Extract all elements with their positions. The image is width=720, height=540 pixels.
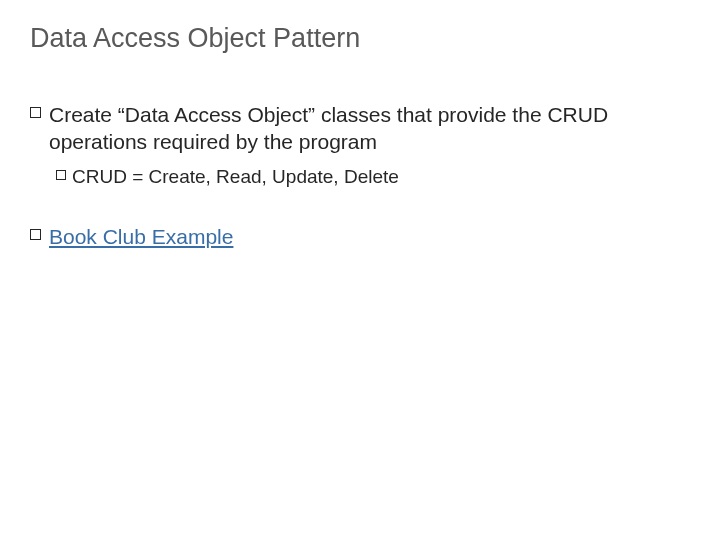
square-bullet-icon <box>30 229 41 240</box>
bullet-subitem: CRUD = Create, Read, Update, Delete <box>56 165 690 190</box>
slide: Data Access Object Pattern Create “Data … <box>0 0 720 540</box>
bullet-text: CRUD = Create, Read, Update, Delete <box>72 165 690 190</box>
slide-title: Data Access Object Pattern <box>30 22 690 54</box>
book-club-example-link[interactable]: Book Club Example <box>49 225 233 248</box>
bullet-item: Create “Data Access Object” classes that… <box>30 102 690 155</box>
bullet-item: Book Club Example <box>30 224 690 250</box>
square-bullet-icon <box>56 170 66 180</box>
bullet-text: Create “Data Access Object” classes that… <box>49 102 690 155</box>
square-bullet-icon <box>30 107 41 118</box>
